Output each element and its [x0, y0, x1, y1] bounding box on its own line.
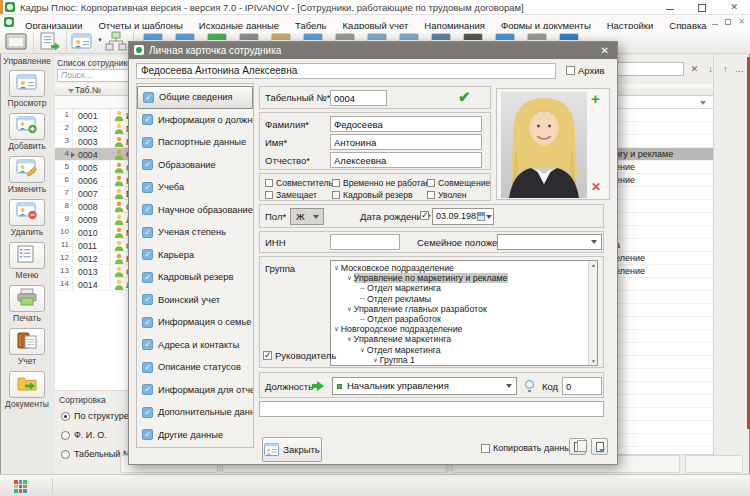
- gender-select[interactable]: Ж: [290, 208, 324, 225]
- card-section-item[interactable]: ✓Дополнительные данные: [137, 401, 253, 424]
- department-cell[interactable]: еление: [612, 252, 713, 265]
- department-cell[interactable]: еление: [612, 265, 713, 278]
- copy-data-checkbox[interactable]: Копировать данные: [481, 443, 576, 453]
- department-cell[interactable]: [612, 434, 713, 447]
- department-cell[interactable]: [612, 200, 713, 213]
- tree-item[interactable]: Отдел разработок: [360, 314, 441, 324]
- department-cell[interactable]: [612, 382, 713, 395]
- code-input[interactable]: [562, 377, 602, 395]
- department-cell[interactable]: [612, 356, 713, 369]
- tree-expand-icon[interactable]: ∨: [347, 335, 352, 343]
- employee-row[interactable]: 10001И: [55, 109, 128, 122]
- menu-button[interactable]: [9, 242, 45, 269]
- department-cell[interactable]: [612, 408, 713, 421]
- tree-item[interactable]: ∨Группа 2: [373, 365, 415, 366]
- flag-checkbox[interactable]: Замещает: [265, 190, 317, 200]
- department-cell[interactable]: [612, 278, 713, 291]
- mdi-minimize-icon[interactable]: [712, 24, 718, 25]
- employee-row[interactable]: 70007Е: [55, 187, 128, 200]
- card-section-item[interactable]: ✓Образование: [137, 154, 253, 177]
- org-chart-icon[interactable]: [104, 31, 130, 52]
- employee-row[interactable]: 60006К: [55, 174, 128, 187]
- flag-checkbox[interactable]: Совмещение: [427, 178, 490, 188]
- tree-item[interactable]: Отдел маркетинга: [360, 283, 441, 293]
- close-card-button[interactable]: Закрыть: [262, 437, 322, 462]
- tree-scrollbar[interactable]: ▲▼: [588, 261, 597, 365]
- department-cell[interactable]: [612, 122, 713, 135]
- minimize-icon[interactable]: [666, 9, 674, 10]
- copy-card-button[interactable]: [569, 438, 586, 455]
- tree-item[interactable]: Отдел рекламы: [360, 294, 431, 304]
- department-cell[interactable]: а: [612, 239, 713, 252]
- tree-item[interactable]: ∨Группа 1: [373, 355, 415, 365]
- department-cell[interactable]: [612, 304, 713, 317]
- lastname-input[interactable]: [330, 116, 482, 132]
- tree-expand-icon[interactable]: ∨: [373, 356, 378, 364]
- maximize-icon[interactable]: [698, 4, 706, 12]
- card-section-item[interactable]: ✓Другие данные: [137, 424, 253, 447]
- hint-bulb-icon[interactable]: [525, 380, 534, 389]
- arrow-up-icon[interactable]: ↑: [719, 63, 732, 76]
- employee-card-icon[interactable]: [70, 31, 96, 52]
- remove-photo-icon[interactable]: ✕: [591, 180, 601, 194]
- tree-item[interactable]: ∨Управление маркетинга: [347, 334, 451, 344]
- report-export-icon[interactable]: [37, 31, 63, 52]
- more-options-icon[interactable]: …: [733, 63, 746, 76]
- birth-date-checkbox[interactable]: [420, 211, 429, 220]
- filter-row[interactable]: [55, 96, 128, 109]
- department-cell[interactable]: [612, 291, 713, 304]
- employee-row[interactable]: 20002П: [55, 122, 128, 135]
- manager-checkbox[interactable]: Руководитель: [263, 350, 336, 361]
- tree-expand-icon[interactable]: ∨: [347, 305, 352, 313]
- tree-expand-icon[interactable]: ∨: [334, 264, 339, 272]
- department-cell[interactable]: [612, 317, 713, 330]
- department-filter-row[interactable]: [612, 96, 713, 109]
- tree-expand-icon[interactable]: ∨: [334, 325, 339, 333]
- ledger-button[interactable]: [9, 328, 45, 355]
- card-section-item[interactable]: ✓Ученая степень: [137, 221, 253, 244]
- tree-item[interactable]: ∨Отдел маркетинга: [360, 345, 441, 355]
- employee-row[interactable]: 50005С: [55, 161, 128, 174]
- tree-item[interactable]: ∨Новгородское подразделение: [334, 324, 462, 334]
- department-cell[interactable]: [612, 421, 713, 434]
- clear-filter-icon[interactable]: ✕: [688, 63, 701, 76]
- arrow-down-icon[interactable]: ↓: [704, 63, 717, 76]
- marital-status-select[interactable]: [497, 234, 602, 250]
- column-header-tab-number[interactable]: Таб.№: [55, 84, 128, 96]
- card-section-item[interactable]: ✓Кадровый резерв: [137, 266, 253, 289]
- department-cell[interactable]: [612, 187, 713, 200]
- middlename-input[interactable]: [330, 152, 482, 168]
- mdi-close-icon[interactable]: ✕: [738, 18, 745, 26]
- tree-expand-icon[interactable]: ∨: [360, 346, 365, 354]
- view-employee-button[interactable]: [9, 70, 45, 97]
- department-cell[interactable]: [612, 109, 713, 122]
- card-section-item[interactable]: ✓Учеба: [137, 176, 253, 199]
- archive-checkbox[interactable]: Архив: [566, 65, 605, 76]
- position-select[interactable]: Начальник управления: [332, 377, 517, 395]
- add-photo-icon[interactable]: +: [591, 91, 600, 107]
- birth-date-input[interactable]: 03.09.1983: [432, 208, 494, 225]
- department-cell[interactable]: нгу и рекламе: [612, 148, 713, 161]
- card-section-item[interactable]: ✓Воинский учет: [137, 289, 253, 312]
- scroll-down-icon[interactable]: ▼: [590, 358, 597, 364]
- card-section-item[interactable]: ✓Научное образование: [137, 199, 253, 222]
- delete-employee-button[interactable]: [9, 199, 45, 226]
- card-section-item[interactable]: ✓Информация о семье: [137, 311, 253, 334]
- filter-search-input[interactable]: [614, 62, 684, 76]
- card-section-item[interactable]: ✓Информация о должности: [137, 109, 253, 132]
- flag-checkbox[interactable]: Кадровый резерв: [332, 190, 413, 200]
- employee-row[interactable]: 100010М: [55, 226, 128, 239]
- employee-row[interactable]: 110011С: [55, 239, 128, 252]
- department-cell[interactable]: [612, 213, 713, 226]
- employee-row[interactable]: 140014Л: [55, 278, 128, 291]
- folder-icon[interactable]: [4, 31, 30, 52]
- dropdown-caret-icon[interactable]: ▼: [97, 37, 103, 43]
- tree-item[interactable]: ∨Управление главных разработок: [347, 304, 487, 314]
- department-cell[interactable]: [612, 330, 713, 343]
- flag-checkbox[interactable]: Совместитель: [265, 178, 333, 188]
- add-employee-button[interactable]: [9, 113, 45, 140]
- dialog-close-icon[interactable]: ✕: [601, 42, 609, 59]
- search-input[interactable]: [57, 69, 128, 82]
- department-cell[interactable]: [612, 226, 713, 239]
- card-section-item[interactable]: ✓Карьера: [137, 244, 253, 267]
